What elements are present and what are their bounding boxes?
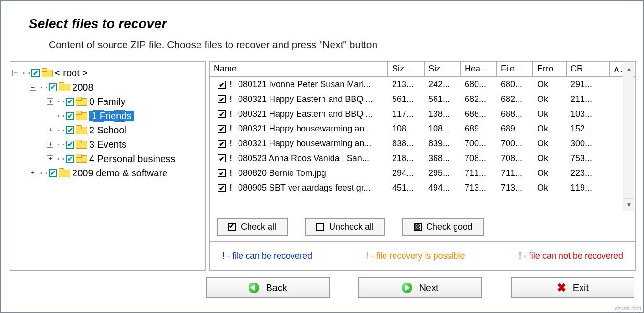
cell-size2: 368...: [425, 153, 461, 163]
scrollbar[interactable]: ▲ ▼: [623, 63, 634, 211]
checkbox-mixed-icon: [414, 223, 422, 231]
exit-button[interactable]: ✖Exit: [511, 277, 634, 298]
tree-item[interactable]: +··0 Family: [12, 94, 203, 109]
check-good-button[interactable]: Check good: [402, 218, 484, 236]
tree-checkbox[interactable]: [66, 155, 74, 163]
tree-checkbox[interactable]: [31, 69, 40, 77]
col-header[interactable]: Hea...: [461, 62, 497, 76]
folder-tree[interactable]: −··< root >−··2008+··0 Family··1 Friends…: [10, 61, 206, 271]
tree-item[interactable]: +··4 Personal business: [12, 151, 203, 166]
cell-error: Ok: [533, 153, 567, 163]
col-name[interactable]: Name: [210, 62, 388, 76]
cell-size1: 117...: [388, 109, 425, 119]
status-icon: !: [229, 94, 233, 104]
file-list-body[interactable]: !080121 Ivonne Peter Susan Marl...213...…: [210, 77, 635, 212]
legend-not-recoverable: ! - file can not be recovered: [519, 251, 623, 261]
row-checkbox[interactable]: [218, 95, 226, 103]
tree-checkbox[interactable]: [66, 141, 74, 149]
status-icon: !: [229, 80, 233, 90]
cell-header: 689...: [461, 124, 497, 134]
cell-error: Ok: [533, 139, 567, 149]
table-row[interactable]: !080321 Happy housewarming an...108...10…: [210, 121, 635, 136]
table-row[interactable]: !080321 Happy Eastern and BBQ ...117...1…: [210, 107, 635, 121]
tree-item-label[interactable]: < root >: [55, 68, 88, 79]
folder-icon: [76, 111, 86, 120]
file-list-header[interactable]: Name Siz... Siz... Hea... File... Erro..…: [210, 62, 635, 77]
cell-size2: 561...: [425, 94, 461, 104]
file-name: 080523 Anna Roos Vanida , San...: [238, 153, 369, 163]
tree-item-label[interactable]: 0 Family: [89, 96, 125, 107]
nav-button-row: Back Next ✖Exit: [206, 277, 634, 303]
row-checkbox[interactable]: [218, 154, 226, 162]
cell-header: 680...: [461, 80, 497, 90]
folder-icon: [59, 83, 69, 91]
tree-item[interactable]: −··< root >: [12, 66, 203, 80]
uncheck-all-button[interactable]: Uncheck all: [305, 218, 385, 236]
scroll-up-icon[interactable]: ∧: [610, 62, 623, 76]
cell-header: 711...: [461, 168, 497, 178]
expand-icon[interactable]: +: [30, 170, 36, 176]
tree-item-label[interactable]: 2 School: [89, 125, 126, 136]
table-row[interactable]: !080321 Happy Eastern and BBQ ...561...5…: [210, 92, 635, 107]
tree-item-label[interactable]: 4 Personal business: [89, 153, 175, 164]
tree-item-label[interactable]: 2009 demo & software: [72, 168, 167, 179]
tree-item[interactable]: ··1 Friends: [12, 109, 203, 123]
back-button[interactable]: Back: [206, 277, 330, 298]
table-row[interactable]: !080905 SBT verjaardags feest gr...451..…: [210, 181, 635, 195]
expand-icon[interactable]: +: [47, 155, 53, 162]
cell-error: Ok: [533, 168, 567, 178]
tree-item[interactable]: −··2008: [12, 80, 203, 94]
col-crc[interactable]: CR...: [567, 62, 610, 76]
folder-icon: [76, 140, 86, 149]
cell-header: 682...: [461, 94, 497, 104]
tree-item-label[interactable]: 3 Events: [89, 139, 126, 150]
scroll-down-icon[interactable]: ▼: [623, 198, 634, 211]
tree-checkbox[interactable]: [66, 98, 74, 106]
row-checkbox[interactable]: [218, 125, 226, 133]
close-icon: ✖: [557, 281, 566, 294]
cell-file: 700...: [497, 139, 533, 149]
cell-size1: 108...: [388, 124, 425, 134]
row-checkbox[interactable]: [218, 110, 226, 118]
tree-item[interactable]: +··3 Events: [12, 137, 203, 151]
col-error[interactable]: Erro...: [533, 62, 567, 76]
table-row[interactable]: !080321 Happy housewarming an...838...83…: [210, 136, 635, 151]
collapse-icon[interactable]: −: [12, 70, 19, 76]
table-row[interactable]: !080121 Ivonne Peter Susan Marl...213...…: [210, 77, 635, 92]
tree-item-label[interactable]: 1 Friends: [89, 110, 134, 122]
tree-item[interactable]: +··2009 demo & software: [12, 166, 203, 180]
table-row[interactable]: !080523 Anna Roos Vanida , San...218...3…: [210, 151, 635, 166]
cell-size2: 138...: [425, 109, 461, 119]
tree-checkbox[interactable]: [66, 112, 74, 120]
cell-header: 700...: [461, 139, 497, 149]
cell-header: 708...: [461, 153, 497, 163]
expand-icon[interactable]: +: [47, 98, 53, 105]
col-file[interactable]: File...: [497, 62, 533, 76]
expand-icon[interactable]: +: [47, 127, 53, 133]
row-checkbox[interactable]: [218, 81, 226, 89]
col-size2[interactable]: Siz...: [425, 62, 461, 76]
collapse-icon[interactable]: −: [30, 84, 36, 91]
cell-size1: 218...: [388, 153, 425, 163]
row-checkbox[interactable]: [218, 184, 226, 192]
tree-checkbox[interactable]: [66, 126, 74, 134]
cell-size2: 108...: [425, 124, 461, 134]
table-row[interactable]: !080820 Bernie Tom.jpg294...295...711...…: [210, 166, 635, 181]
col-size1[interactable]: Siz...: [388, 62, 425, 76]
row-checkbox[interactable]: [218, 140, 226, 148]
check-buttons-row: Check all Uncheck all Check good: [210, 212, 635, 241]
cell-header: 688...: [461, 109, 497, 119]
tree-checkbox[interactable]: [49, 83, 57, 91]
scroll-up-icon[interactable]: ▲: [623, 63, 634, 75]
arrow-left-icon: [249, 283, 259, 293]
cell-crc: 300...: [567, 139, 610, 149]
tree-item-label[interactable]: 2008: [72, 82, 93, 93]
folder-icon: [76, 97, 86, 106]
row-checkbox[interactable]: [218, 169, 226, 177]
tree-item[interactable]: +··2 School: [12, 123, 203, 137]
folder-icon: [76, 154, 86, 163]
tree-checkbox[interactable]: [49, 169, 57, 177]
next-button[interactable]: Next: [358, 277, 482, 298]
expand-icon[interactable]: +: [47, 141, 53, 148]
check-all-button[interactable]: Check all: [217, 218, 288, 236]
